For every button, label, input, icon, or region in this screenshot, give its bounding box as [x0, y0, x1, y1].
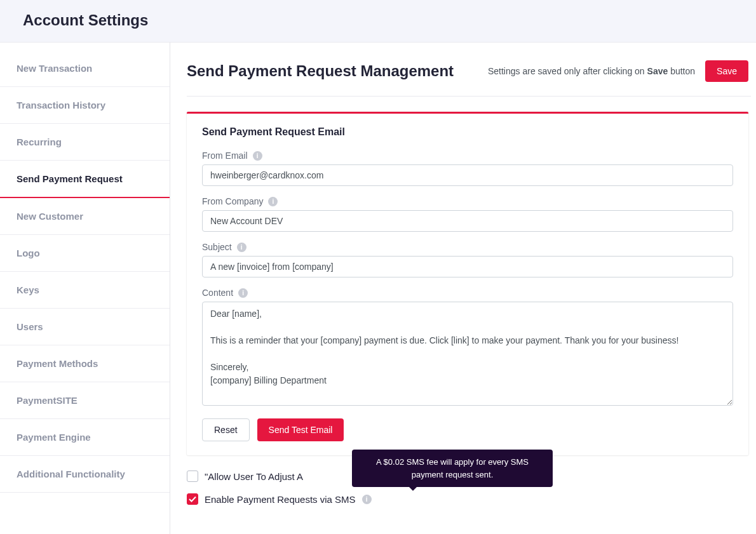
- sidebar: New Transaction Transaction History Recu…: [0, 43, 170, 534]
- content-label: Content i: [202, 288, 733, 298]
- main-header: Send Payment Request Management Settings…: [187, 60, 751, 82]
- save-row: Settings are saved only after clicking o…: [488, 60, 748, 82]
- page-title: Account Settings: [23, 11, 733, 29]
- page-header: Account Settings: [0, 0, 756, 43]
- sidebar-item-paymentsite[interactable]: PaymentSITE: [0, 382, 170, 419]
- subject-input[interactable]: [202, 256, 733, 277]
- save-hint-bold: Save: [647, 66, 668, 76]
- content-group: Content i: [202, 288, 733, 408]
- info-icon[interactable]: i: [253, 151, 262, 161]
- reset-button[interactable]: Reset: [202, 418, 250, 441]
- subject-label-text: Subject: [202, 242, 232, 252]
- save-hint: Settings are saved only after clicking o…: [488, 66, 695, 76]
- info-icon[interactable]: i: [237, 243, 246, 252]
- divider: [187, 96, 751, 97]
- email-settings-card: Send Payment Request Email From Email i …: [187, 112, 748, 455]
- sidebar-item-payment-methods[interactable]: Payment Methods: [0, 345, 170, 382]
- from-email-label-text: From Email: [202, 150, 248, 161]
- button-row: Reset Send Test Email: [202, 418, 733, 441]
- from-company-group: From Company i: [202, 196, 733, 232]
- sms-tooltip: A $0.02 SMS fee will apply for every SMS…: [352, 450, 553, 487]
- from-email-label: From Email i: [202, 150, 733, 161]
- subject-label: Subject i: [202, 242, 733, 252]
- enable-sms-row: Enable Payment Requests via SMS i A $0.0…: [187, 493, 751, 505]
- info-icon[interactable]: i: [268, 197, 278, 206]
- from-company-label-text: From Company: [202, 196, 263, 206]
- enable-sms-checkbox[interactable]: [187, 493, 198, 505]
- content-label-text: Content: [202, 288, 233, 298]
- send-test-email-button[interactable]: Send Test Email: [257, 418, 344, 441]
- from-email-group: From Email i: [202, 150, 733, 186]
- sidebar-item-additional-functionality[interactable]: Additional Functionality: [0, 456, 170, 493]
- save-hint-suffix: button: [668, 66, 695, 76]
- card-title: Send Payment Request Email: [202, 126, 733, 138]
- allow-adjust-checkbox[interactable]: [187, 471, 198, 482]
- sidebar-item-payment-engine[interactable]: Payment Engine: [0, 419, 170, 456]
- enable-sms-label: Enable Payment Requests via SMS: [205, 494, 356, 505]
- sidebar-item-transaction-history[interactable]: Transaction History: [0, 87, 170, 124]
- sidebar-item-new-customer[interactable]: New Customer: [0, 198, 170, 235]
- layout: New Transaction Transaction History Recu…: [0, 43, 756, 534]
- main-title: Send Payment Request Management: [187, 62, 454, 80]
- subject-group: Subject i: [202, 242, 733, 277]
- content-textarea[interactable]: [202, 302, 733, 406]
- allow-adjust-label: "Allow User To Adjust A: [205, 471, 303, 482]
- check-icon: [189, 495, 196, 503]
- sidebar-item-recurring[interactable]: Recurring: [0, 124, 170, 161]
- info-icon[interactable]: i: [238, 288, 248, 298]
- sidebar-item-keys[interactable]: Keys: [0, 272, 170, 309]
- sidebar-item-users[interactable]: Users: [0, 309, 170, 345]
- save-button[interactable]: Save: [705, 60, 748, 82]
- from-company-label: From Company i: [202, 196, 733, 206]
- info-icon[interactable]: i: [362, 495, 372, 504]
- from-company-input[interactable]: [202, 210, 733, 232]
- sidebar-item-logo[interactable]: Logo: [0, 235, 170, 272]
- from-email-input[interactable]: [202, 164, 733, 186]
- main-content: Send Payment Request Management Settings…: [170, 43, 756, 534]
- save-hint-prefix: Settings are saved only after clicking o…: [488, 66, 647, 76]
- sidebar-item-new-transaction[interactable]: New Transaction: [0, 50, 170, 87]
- sidebar-item-send-payment-request[interactable]: Send Payment Request: [0, 161, 170, 198]
